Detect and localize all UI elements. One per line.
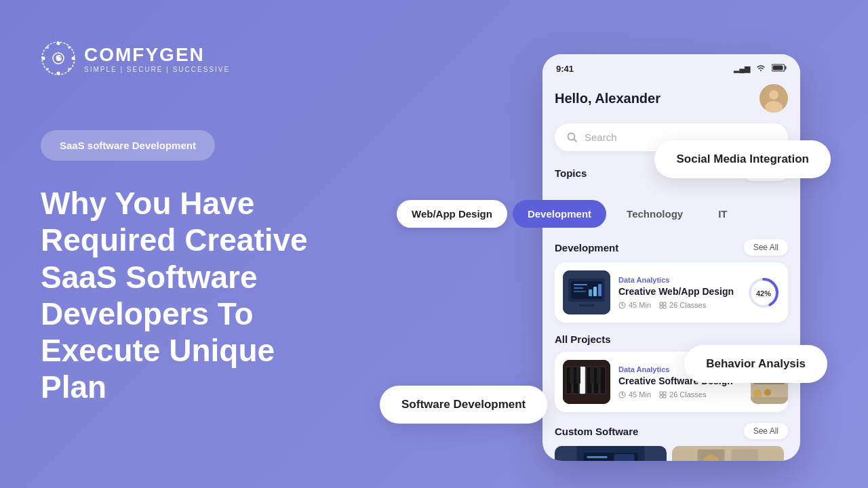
brand-tagline: SIMPLE | SECURE | SUCCESSIVE — [84, 66, 230, 73]
custom-thumb-2 — [672, 446, 784, 461]
svg-rect-48 — [600, 367, 606, 394]
svg-point-16 — [769, 90, 778, 100]
logo-text-area: COMFYGEN SIMPLE | SECURE | SUCCESSIVE — [84, 44, 230, 73]
status-icons: ▂▄▆ — [734, 62, 787, 75]
svg-rect-24 — [574, 287, 583, 289]
all-projects-header: All Projects — [555, 333, 788, 345]
course-time: 45 Min — [618, 301, 651, 309]
tab-development[interactable]: Development — [513, 200, 606, 228]
logo-area: G COMFYGEN SIMPLE | SECURE | SUCCESSIVE — [41, 41, 380, 76]
phone-mockup: 9:41 ▂▄▆ Hello, Alexander — [542, 54, 800, 461]
svg-rect-27 — [593, 287, 597, 296]
svg-rect-22 — [571, 281, 602, 299]
svg-rect-51 — [590, 367, 594, 384]
svg-point-64 — [753, 390, 762, 398]
development-section-header: Development See All — [555, 239, 788, 256]
saas-badge: SaaS software Development — [41, 130, 215, 161]
svg-line-33 — [623, 305, 624, 306]
svg-rect-36 — [660, 306, 663, 308]
svg-point-65 — [764, 389, 771, 396]
svg-rect-34 — [660, 302, 663, 305]
tab-technology[interactable]: Technology — [612, 200, 698, 228]
svg-rect-58 — [660, 395, 663, 398]
custom-title: Custom Software — [555, 426, 638, 437]
topics-tabs: Web/App Design Development Technology IT — [397, 200, 743, 228]
svg-rect-35 — [663, 302, 666, 305]
svg-rect-28 — [598, 284, 601, 296]
development-course-card[interactable]: Data Analytics Creative Web/App Design 4… — [555, 262, 788, 323]
svg-rect-57 — [663, 392, 666, 394]
logo-icon: G — [41, 41, 76, 76]
wifi-icon — [755, 64, 766, 74]
progress-circle: 42% — [747, 277, 780, 309]
svg-rect-13 — [785, 66, 787, 70]
greeting-row: Hello, Alexander — [555, 77, 788, 123]
svg-rect-52 — [597, 367, 601, 384]
svg-rect-74 — [732, 449, 759, 461]
svg-rect-29 — [566, 302, 608, 304]
search-placeholder: Search — [585, 131, 617, 143]
svg-rect-71 — [614, 454, 635, 461]
software-dev-badge: Software Development — [380, 386, 547, 424]
svg-rect-59 — [663, 395, 666, 398]
all-projects-title: All Projects — [555, 333, 611, 345]
svg-rect-37 — [663, 306, 666, 308]
custom-thumb-1 — [555, 446, 667, 461]
status-bar: 9:41 ▂▄▆ — [542, 54, 800, 77]
brand-name: COMFYGEN — [84, 44, 230, 66]
grid-icon-2 — [659, 391, 667, 399]
svg-text:G: G — [56, 54, 62, 63]
course-thumbnail — [563, 270, 610, 314]
custom-thumbs-row — [555, 446, 788, 461]
custom-see-all[interactable]: See All — [744, 423, 788, 439]
project-meta: 45 Min 26 Classes — [618, 390, 734, 399]
course-meta: 45 Min 26 Classes — [618, 301, 739, 309]
tab-web-app-design[interactable]: Web/App Design — [397, 200, 507, 228]
svg-rect-26 — [589, 289, 592, 296]
status-time: 9:41 — [556, 64, 574, 74]
svg-rect-56 — [660, 392, 663, 394]
course-classes: 26 Classes — [659, 301, 706, 309]
svg-point-8 — [68, 68, 71, 70]
battery-icon — [772, 62, 787, 75]
svg-point-5 — [42, 57, 45, 60]
svg-point-10 — [46, 68, 49, 70]
clock-icon-2 — [618, 391, 626, 399]
greeting-text: Hello, Alexander — [555, 91, 660, 106]
svg-rect-23 — [574, 284, 587, 285]
behavior-badge: Behavior Analysis — [684, 345, 827, 383]
search-icon — [567, 132, 578, 143]
svg-line-19 — [574, 139, 577, 142]
custom-section-header: Custom Software See All — [555, 423, 788, 439]
svg-line-55 — [623, 394, 624, 395]
project-time: 45 Min — [618, 390, 651, 399]
svg-point-9 — [68, 46, 71, 49]
svg-rect-50 — [576, 367, 580, 384]
development-title: Development — [555, 242, 618, 253]
course-info: Data Analytics Creative Web/App Design 4… — [618, 276, 739, 309]
clock-icon — [618, 302, 626, 309]
course-category: Data Analytics — [618, 276, 739, 284]
svg-rect-14 — [773, 66, 783, 70]
project-classes: 26 Classes — [659, 390, 706, 399]
social-media-badge: Social Media Integration — [654, 140, 831, 178]
svg-point-3 — [57, 42, 60, 45]
svg-rect-45 — [580, 367, 585, 394]
avatar — [760, 84, 788, 113]
grid-icon — [659, 302, 667, 309]
project-thumbnail — [563, 360, 610, 404]
svg-point-6 — [72, 57, 75, 60]
course-title: Creative Web/App Design — [618, 286, 739, 297]
development-see-all[interactable]: See All — [744, 239, 788, 256]
tab-it[interactable]: IT — [703, 200, 742, 228]
svg-point-4 — [57, 72, 60, 75]
svg-rect-66 — [751, 397, 788, 404]
svg-rect-69 — [587, 456, 608, 458]
svg-point-7 — [46, 46, 49, 49]
left-panel: G COMFYGEN SIMPLE | SECURE | SUCCESSIVE … — [41, 0, 380, 488]
svg-rect-25 — [574, 291, 586, 292]
main-heading: Why You Have Required Creative SaaS Soft… — [41, 185, 339, 406]
svg-rect-49 — [570, 367, 574, 384]
svg-text:42%: 42% — [756, 289, 771, 298]
svg-rect-30 — [579, 304, 594, 306]
